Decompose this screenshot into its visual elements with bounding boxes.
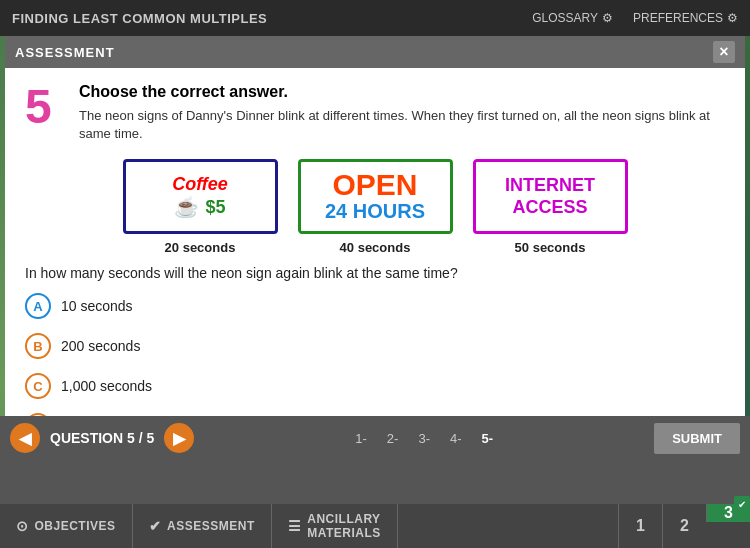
- sign-open: OPEN 24 HOURS: [298, 159, 453, 234]
- sign-open-container: OPEN 24 HOURS 40 seconds: [298, 159, 453, 255]
- option-b-row[interactable]: B 200 seconds: [25, 333, 725, 359]
- option-c-circle: C: [25, 373, 51, 399]
- close-button[interactable]: ×: [713, 41, 735, 63]
- open-text: OPEN: [332, 170, 417, 200]
- nav-dots: 1- 2- 3- 4- 5-: [204, 429, 644, 448]
- nav-dot-1[interactable]: 1-: [349, 429, 373, 448]
- glossary-label: GLOSSARY: [532, 11, 598, 25]
- nav-dot-5[interactable]: 5-: [476, 429, 500, 448]
- sign-label-1: 20 seconds: [165, 240, 236, 255]
- tab-ancillary-label: ANCILLARY MATERIALS: [307, 512, 381, 540]
- top-header: FINDING LEAST COMMON MULTIPLES GLOSSARY …: [0, 0, 750, 36]
- modal-header: ASSESSMENT ×: [5, 36, 745, 68]
- question-number: 5: [25, 83, 65, 131]
- objectives-icon: ⊙: [16, 518, 29, 534]
- question-instruction: Choose the correct answer.: [79, 83, 725, 101]
- bottom-bar: ⊙ OBJECTIVES ✔ ASSESSMENT ☰ ANCILLARY MA…: [0, 504, 750, 548]
- tab-assessment[interactable]: ✔ ASSESSMENT: [133, 504, 272, 548]
- sign-coffee-container: Coffee ☕ $5 20 seconds: [123, 159, 278, 255]
- modal-body: 5 Choose the correct answer. The neon si…: [5, 68, 745, 460]
- question-content: Choose the correct answer. The neon sign…: [79, 83, 725, 143]
- internet-text: INTERNETACCESS: [505, 175, 595, 218]
- assessment-modal: ASSESSMENT × 5 Choose the correct answer…: [5, 36, 745, 460]
- ancillary-icon: ☰: [288, 518, 302, 534]
- coffee-cup-icon: ☕: [174, 195, 199, 219]
- prev-button[interactable]: ◀: [10, 423, 40, 453]
- nav-dot-4[interactable]: 4-: [444, 429, 468, 448]
- question-row: 5 Choose the correct answer. The neon si…: [25, 83, 725, 143]
- option-a-circle: A: [25, 293, 51, 319]
- next-button[interactable]: ▶: [164, 423, 194, 453]
- sign-label-2: 40 seconds: [340, 240, 411, 255]
- glossary-button[interactable]: GLOSSARY ⚙: [532, 11, 613, 25]
- nav-dot-3[interactable]: 3-: [412, 429, 436, 448]
- preferences-label: PREFERENCES: [633, 11, 723, 25]
- bottom-num-2[interactable]: 2: [662, 504, 706, 548]
- sign-coffee: Coffee ☕ $5: [123, 159, 278, 234]
- question-text: The neon signs of Danny's Dinner blink a…: [79, 107, 725, 143]
- signs-row: Coffee ☕ $5 20 seconds OPEN 24 HOURS 40 …: [25, 159, 725, 255]
- coffee-bottom: ☕ $5: [174, 195, 225, 219]
- bottom-num-3-wrap: ✔ 3: [706, 504, 750, 548]
- gear-icon: ⚙: [727, 11, 738, 25]
- sign-internet-container: INTERNETACCESS 50 seconds: [473, 159, 628, 255]
- bottom-num-1[interactable]: 1: [618, 504, 662, 548]
- app-title: FINDING LEAST COMMON MULTIPLES: [12, 11, 267, 26]
- tab-objectives[interactable]: ⊙ OBJECTIVES: [0, 504, 133, 548]
- option-b-circle: B: [25, 333, 51, 359]
- option-c-text: 1,000 seconds: [61, 378, 152, 394]
- nav-bar: ◀ QUESTION 5 / 5 ▶ 1- 2- 3- 4- 5- SUBMIT: [0, 416, 750, 460]
- tab-ancillary[interactable]: ☰ ANCILLARY MATERIALS: [272, 504, 398, 548]
- tab-objectives-label: OBJECTIVES: [35, 519, 116, 533]
- option-b-text: 200 seconds: [61, 338, 140, 354]
- open-hours: 24 HOURS: [325, 200, 425, 223]
- question-counter: QUESTION 5 / 5: [50, 430, 154, 446]
- bottom-numbers: 1 2 ✔ 3: [618, 504, 750, 548]
- header-right: GLOSSARY ⚙ PREFERENCES ⚙: [532, 11, 738, 25]
- coffee-price: $5: [205, 197, 225, 218]
- assessment-icon: ✔: [149, 518, 162, 534]
- sign-internet: INTERNETACCESS: [473, 159, 628, 234]
- check-icon: ✔: [734, 496, 750, 512]
- nav-dot-2[interactable]: 2-: [381, 429, 405, 448]
- option-a-row[interactable]: A 10 seconds: [25, 293, 725, 319]
- option-c-row[interactable]: C 1,000 seconds: [25, 373, 725, 399]
- preferences-button[interactable]: PREFERENCES ⚙: [633, 11, 738, 25]
- sign-label-3: 50 seconds: [515, 240, 586, 255]
- submit-button[interactable]: SUBMIT: [654, 423, 740, 454]
- glossary-icon: ⚙: [602, 11, 613, 25]
- bottom-spacer: [398, 504, 618, 548]
- sub-question: In how many seconds will the neon sign a…: [25, 265, 725, 281]
- option-a-text: 10 seconds: [61, 298, 133, 314]
- coffee-text: Coffee: [172, 174, 228, 195]
- modal-title: ASSESSMENT: [15, 45, 115, 60]
- tab-assessment-label: ASSESSMENT: [167, 519, 255, 533]
